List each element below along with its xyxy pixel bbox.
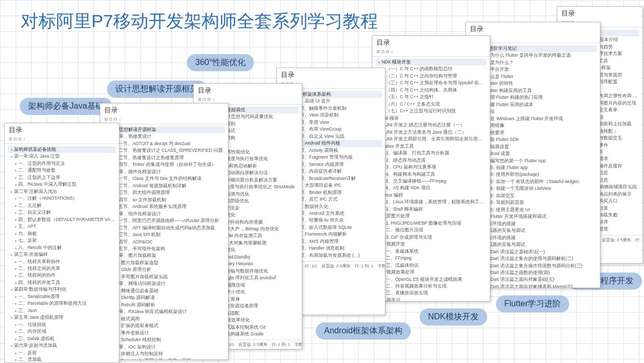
toc-item[interactable]: 6.1 链式调用 [103,316,225,322]
toc-item[interactable]: 二、微信图片压缩 [375,227,487,234]
toc-item[interactable]: 三、泛型的上下边界 [8,174,116,181]
toc-item[interactable]: 7.2 ButterKnife 原理上篇、中篇、下篇 [103,357,225,360]
toc-item[interactable]: 第四节、so 文件加载机制 [103,197,225,203]
toc-item[interactable]: 6.2 扩展的观察者模式 [103,322,225,329]
toc-item[interactable]: 四、线程的并发工具 [8,279,116,286]
toc-item[interactable]: 第五章:Java 虚拟机原理 [8,314,116,321]
toc-item[interactable]: 第六章:反射与类加载 [8,342,116,349]
toc-item[interactable]: 2、静态库与动态库 [375,157,487,164]
toc-item[interactable]: 音视频效果处理 [375,269,487,276]
toc-item[interactable]: 7.1 依赖注入与控制反转 [103,351,225,357]
toc-item[interactable]: （一）C 与 C++ 的函数模型总结 [375,66,487,72]
toc-item[interactable]: 6.4 Scheduler 线程控制 [103,336,225,343]
toc-item[interactable]: 第四章、图片加载框架 [103,252,225,259]
toc-item[interactable]: （五）C 与 C++ 之指针 [375,94,487,100]
toc-item[interactable]: 5.3 Retrofit 源码解析 [103,302,225,308]
toc-item[interactable]: 三、Dalvik 虚拟机 [8,335,116,342]
toc-item[interactable]: 第二节、APT 编译时期自动生成代码&动态类加载 [103,225,225,231]
toc-item[interactable]: 六、插桩 [8,230,116,237]
toc-item[interactable]: 八、Retrofit 中的注解 [8,244,116,251]
toc-item[interactable]: JNI 开发之局部引用、全局引用和弱全局引用（三） [375,136,487,142]
toc-item[interactable]: 一、垃圾回收 [8,321,116,328]
toc-item[interactable]: 四、默认参数值（DEFAULT PARAMETER VALUES） [8,216,116,223]
toc-item[interactable]: 1、编译器、打包工具与分析器 [375,150,487,157]
toc-item[interactable]: 第四节、Tinker 的集成与使用（自动补丁包生成） [103,161,225,168]
toc-item[interactable]: 第五节、Android 系统服务实现原理 [103,203,225,210]
toc-item[interactable]: 第四章:数据传输与序列化 [8,286,116,293]
toc-item[interactable]: 第一章、热修复设计 [103,133,225,140]
toc-item[interactable]: （三）C 与 C++ 之预处理命令与用 typedef 命名已有类型 [375,80,487,86]
toc-item[interactable]: 1. PNG/JPEG/WEBP 图像处理与压缩 [375,220,487,227]
toc-item[interactable]: 一、反射 [8,349,116,356]
toc-item[interactable]: JNI 开发之 静态注册与动态注册（一） [375,122,487,128]
panel-toolbar[interactable]: ⊞ ⊡ ⊟ ↕ [5,136,119,144]
toc-item[interactable]: 4、构建脚本与构建工具 [375,171,487,178]
toc-item[interactable]: 6、AS 构建 NDK 项目 [375,185,487,191]
toc-item[interactable]: 第七章、IOC 架构设计 [103,344,225,351]
toc-item[interactable]: 第二节、热修复设计之 CLASS_ISPREVERIFIED 问题 [103,147,225,154]
toc-item[interactable]: Native 开发工具 [375,143,487,150]
toc-item[interactable]: 第三章、组件化框架设计 [103,211,225,217]
toc-item[interactable]: 第三节、Java SPI 机制 [103,231,225,238]
toc-item[interactable]: 一、注解（ANNOTATIONS） [8,195,116,202]
toc-item[interactable]: （六）C / C++ 之多态实现 [375,101,487,108]
toc-item[interactable]: JNI 模块 [375,115,487,122]
toc-item[interactable]: 4.1 图片加载框架选型 [103,260,225,266]
toc-item[interactable]: 第二章:注解深入浅出 [8,188,116,195]
toc-item[interactable]: 第二节、Android 资源加载机制详解 [103,183,225,189]
toc-item[interactable]: 一、线程共享和协作 [8,258,116,265]
toc-item[interactable]: 3、CPU 架构与注意事项 [375,164,487,171]
toc-item[interactable]: （七）C++ 之泛型与运行时识别技 [375,108,487,114]
toc-item[interactable]: 第一节、Class 文件与 Dex 文件的结构解读 [103,175,225,182]
toc-item[interactable]: 二、类加载 [8,356,116,363]
toc-item[interactable]: 三、流媒体协议 [375,262,487,269]
toc-item[interactable]: 七、反射 [8,237,116,244]
toc-item[interactable]: 二、元注解 [8,202,116,209]
toc-item[interactable]: 一、OpenGL ES 模块开发之滤镜效果 [375,276,487,283]
toc-item[interactable]: （二）C 与 C++ 之内存结构与管理 [375,73,487,80]
toc-item[interactable]: 第二章、插件化框架设计 [103,168,225,175]
toc-item[interactable]: 3. GIF 合成原理与实现 [375,234,487,241]
toc-item[interactable]: 5、交叉编译移植——FFmpeg [375,178,487,185]
toc-item[interactable]: 第一章:深入 Java 泛型 [8,153,116,160]
toc-item[interactable]: 三、Json [8,307,116,314]
toc-item[interactable]: 三、线程间的协作 [8,272,116,279]
toc-item[interactable]: 4.3 手写图片加载框架实战 [103,274,225,280]
toc-item[interactable]: JNI 开发之方法签名与 Java 通信（二） [375,129,487,136]
toc-item[interactable]: 二、线程之间的共享 [8,265,116,272]
toc-item[interactable]: 一、泛型的作用与定义 [8,160,116,167]
toc-item[interactable]: 5.1 网络通信必备基础 [103,288,225,294]
toc-item[interactable]: 二、抖音视频效果分析与实现 [375,283,487,290]
toc-item[interactable]: 第三节、热修复设计之热修复原理 [103,154,225,161]
section-header[interactable]: NDK 模块开发 [375,59,487,66]
section-header[interactable]: 架构师筑基必备技能 [8,146,116,153]
toc-item[interactable]: 第三章:并发编程 [8,251,116,258]
toc-item[interactable]: 第三节、四大组件调用原理 [103,189,225,196]
toc-item[interactable]: 第四节、AOP&IOC [103,239,225,245]
toc-item[interactable]: 第五节、手写组件化架构 [103,245,225,252]
toc-item[interactable]: 二、FFmpeg [375,255,487,262]
toc-item[interactable]: 4.2 Glide 原理分析 [103,266,225,273]
toc-item[interactable]: 第五章、网络访问框架设计 [103,280,225,287]
toc-item[interactable]: 机器学习 [375,297,487,302]
toc-item[interactable]: 一、多媒体系统 [375,248,487,255]
toc-item[interactable]: 2、Shell 脚本编程 [375,206,487,213]
toc-item[interactable]: 一、Serializable原理 [8,293,116,300]
toc-item[interactable]: 三、自定义注解 [8,209,116,216]
toc-item[interactable]: 四、RxJava 中深入理解泛型 [8,181,116,188]
toc-item[interactable]: 第一节、阿里巴巴开源路由框——ARouter 原理分析 [103,217,225,224]
toc-item[interactable]: 第一节、AOT/JIT & dexopt 与 dex2oat [103,140,225,147]
toc-item[interactable]: 二、通配符与嵌套 [8,167,116,174]
toc-item[interactable]: 6.3 事件变换设计 [103,330,225,336]
panel-toolbar[interactable]: ⊞ ⊡ ⊟ ↕ [372,48,490,57]
section-header[interactable]: 设计思想解读开源框架 [103,126,225,133]
toc-item[interactable]: 第六章、RXJava 响应式编程框架设计 [103,308,225,315]
toc-item[interactable]: 音视频开发 [375,241,487,248]
toc-item[interactable]: 1、Linux 环境搭建，系统管理，权限系统和工具使用（vim 等） [375,199,487,205]
toc-item[interactable]: 二、Parcelable 的原理和使用方法 [8,300,116,307]
toc-item[interactable]: Linux 编程 [375,192,487,199]
toc-item[interactable]: 五、APT [8,223,116,230]
toc-item[interactable]: （四）C 与 C++ 之结构体、共用体 [375,87,487,94]
toc-item[interactable]: 底层图片处理 [375,213,487,219]
toc-item[interactable]: 三、直播效应效实现 [375,290,487,296]
